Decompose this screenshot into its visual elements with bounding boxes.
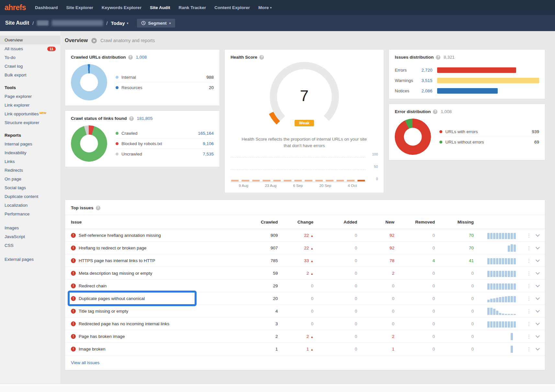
breadcrumb-separator: / bbox=[32, 20, 34, 26]
sparkline-bar bbox=[505, 296, 507, 302]
sidebar-item-indexability[interactable]: Indexability bbox=[0, 148, 60, 157]
issue-name[interactable]: Hreflang to redirect or broken page bbox=[79, 246, 146, 250]
kebab-menu-icon[interactable]: ⋮ bbox=[527, 246, 531, 250]
issue-name[interactable]: Duplicate pages without canonical bbox=[79, 296, 145, 301]
column-header-issue[interactable]: Issue bbox=[71, 220, 255, 225]
sidebar-item-label: External pages bbox=[5, 257, 34, 262]
added-cell-value: 0 bbox=[355, 321, 357, 326]
issue-name[interactable]: Redirect chain bbox=[79, 283, 107, 288]
legend-value[interactable]: 9,106 bbox=[200, 141, 214, 146]
nav-item-site-audit[interactable]: Site Audit bbox=[150, 5, 170, 10]
issue-name[interactable]: Redirected page has no incoming internal… bbox=[79, 321, 169, 326]
kebab-menu-icon[interactable]: ⋮ bbox=[527, 258, 531, 263]
issues-distribution-value[interactable]: 3,515 bbox=[416, 78, 432, 83]
sidebar-item-links[interactable]: Links bbox=[0, 157, 60, 166]
sidebar-item-internal-pages[interactable]: Internal pages bbox=[0, 140, 60, 148]
sidebar-item-external-pages[interactable]: External pages bbox=[0, 255, 60, 264]
nav-item-site-explorer[interactable]: Site Explorer bbox=[66, 5, 93, 10]
sidebar-item-duplicate-content[interactable]: Duplicate content bbox=[0, 192, 60, 201]
legend-value[interactable]: 7,535 bbox=[200, 152, 214, 156]
legend-value: 988 bbox=[204, 75, 214, 80]
sparkline-bar bbox=[487, 300, 490, 302]
sidebar-item-label: JavaScript bbox=[5, 234, 25, 239]
help-icon[interactable]: ? bbox=[96, 206, 100, 210]
ahrefs-logo[interactable]: ahrefs bbox=[5, 3, 26, 12]
sidebar-item-page-explorer[interactable]: Page explorer bbox=[0, 92, 60, 101]
column-header-missing[interactable]: Missing bbox=[435, 220, 474, 225]
chevron-down-icon[interactable] bbox=[536, 334, 540, 338]
chevron-down-icon[interactable] bbox=[536, 258, 540, 262]
sidebar-item-javascript[interactable]: JavaScript bbox=[0, 232, 60, 241]
sidebar-item-crawl-log[interactable]: Crawl log bbox=[0, 62, 60, 71]
chevron-down-icon[interactable] bbox=[536, 296, 540, 300]
help-icon[interactable]: ? bbox=[436, 55, 440, 60]
chevron-down-icon[interactable] bbox=[536, 271, 540, 275]
sidebar-item-social-tags[interactable]: Social tags bbox=[0, 183, 60, 192]
issue-name[interactable]: Self-reference hreflang annotation missi… bbox=[79, 233, 161, 238]
help-icon[interactable]: ? bbox=[433, 110, 437, 114]
chevron-down-icon[interactable] bbox=[536, 346, 540, 351]
sidebar-item-label: Performance bbox=[5, 212, 29, 216]
column-header-removed[interactable]: Removed bbox=[394, 220, 435, 225]
sidebar-item-link-explorer[interactable]: Link explorer bbox=[0, 101, 60, 110]
play-icon[interactable]: ▶ bbox=[91, 38, 97, 43]
legend-value[interactable]: 165,164 bbox=[195, 131, 214, 136]
sidebar-item-overview[interactable]: Overview bbox=[0, 36, 60, 44]
column-header-crawled[interactable]: Crawled bbox=[255, 220, 278, 225]
column-header-new[interactable]: New bbox=[357, 220, 394, 225]
kebab-menu-icon[interactable]: ⋮ bbox=[527, 296, 531, 301]
issue-name[interactable]: Meta description tag missing or empty bbox=[79, 271, 152, 276]
help-icon[interactable]: ? bbox=[128, 55, 133, 60]
kebab-menu-icon[interactable]: ⋮ bbox=[527, 271, 531, 276]
sidebar-item-on-page[interactable]: On page bbox=[0, 175, 60, 183]
kebab-menu-icon[interactable]: ⋮ bbox=[527, 347, 531, 352]
sidebar-item-css[interactable]: CSS bbox=[0, 241, 60, 250]
segment-button[interactable]: Segment ▾ bbox=[137, 19, 175, 28]
added-cell: 0 bbox=[313, 321, 357, 326]
missing-cell-value: 0 bbox=[471, 347, 474, 352]
help-icon[interactable]: ? bbox=[129, 116, 134, 121]
issue-cell: !Redirected page has no incoming interna… bbox=[71, 321, 255, 326]
chevron-down-icon[interactable] bbox=[536, 233, 540, 237]
nav-item-content-explorer[interactable]: Content Explorer bbox=[214, 5, 250, 10]
page-subtitle[interactable]: Crawl anatomy and reports bbox=[100, 38, 155, 43]
issues-distribution-value[interactable]: 2,720 bbox=[416, 68, 432, 73]
column-header-added[interactable]: Added bbox=[313, 220, 357, 225]
sidebar-item-structure-explorer[interactable]: Structure explorer bbox=[0, 118, 60, 127]
column-header-change[interactable]: Change bbox=[278, 220, 313, 225]
sidebar-item-performance[interactable]: Performance bbox=[0, 210, 60, 218]
issue-name[interactable]: Page has broken image bbox=[79, 334, 125, 339]
issue-name[interactable]: HTTPS page has internal links to HTTP bbox=[79, 258, 155, 263]
new-cell-value: 1 bbox=[392, 347, 394, 352]
sidebar-item-all-issues[interactable]: All issues11 bbox=[0, 44, 60, 53]
sidebar-item-images[interactable]: Images bbox=[0, 224, 60, 232]
nav-item-more[interactable]: More▾ bbox=[258, 5, 272, 10]
nav-item-rank-tracker[interactable]: Rank Tracker bbox=[178, 5, 206, 10]
kebab-menu-icon[interactable]: ⋮ bbox=[527, 233, 531, 238]
issue-cell: !Image broken bbox=[71, 347, 255, 352]
sparkline-bar bbox=[511, 321, 513, 328]
kebab-menu-icon[interactable]: ⋮ bbox=[527, 283, 531, 288]
date-dropdown[interactable]: Today ▾ bbox=[111, 20, 128, 26]
legend-row: Uncrawled7,535 bbox=[116, 149, 214, 159]
help-icon[interactable]: ? bbox=[259, 55, 264, 60]
chevron-down-icon[interactable] bbox=[536, 245, 540, 249]
sidebar-item-redirects[interactable]: Redirects bbox=[0, 166, 60, 175]
sidebar-item-link-opportunities[interactable]: Link opportunitiesNEW bbox=[0, 110, 60, 118]
issues-distribution-value[interactable]: 2,086 bbox=[416, 88, 432, 93]
view-all-issues-link[interactable]: View all issues bbox=[65, 355, 545, 370]
sidebar-item-to-do[interactable]: To-do bbox=[0, 53, 60, 62]
chevron-down-icon[interactable] bbox=[536, 308, 540, 313]
kebab-menu-icon[interactable]: ⋮ bbox=[527, 334, 531, 339]
nav-item-keywords-explorer[interactable]: Keywords Explorer bbox=[102, 5, 142, 10]
chevron-down-icon[interactable] bbox=[536, 283, 540, 287]
chevron-down-icon[interactable] bbox=[536, 321, 540, 325]
sidebar-item-localization[interactable]: Localization bbox=[0, 201, 60, 210]
sidebar-item-bulk-export[interactable]: Bulk export bbox=[0, 71, 60, 79]
issue-name[interactable]: Title tag missing or empty bbox=[79, 309, 128, 314]
nav-item-dashboard[interactable]: Dashboard bbox=[35, 5, 58, 10]
kebab-menu-icon[interactable]: ⋮ bbox=[527, 321, 531, 326]
issue-name[interactable]: Image broken bbox=[79, 347, 106, 352]
project-name-redacted[interactable] bbox=[52, 20, 103, 26]
kebab-menu-icon[interactable]: ⋮ bbox=[527, 309, 531, 314]
